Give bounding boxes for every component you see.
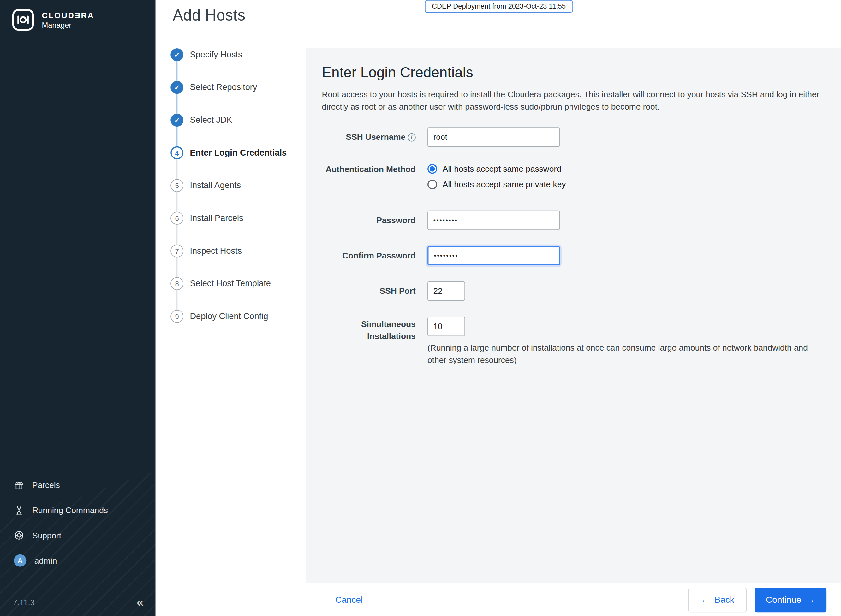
password-row: Password (322, 210, 827, 230)
password-label: Password (322, 210, 415, 230)
step-9-deploy-client-config: 9 Deploy Client Config (170, 310, 305, 323)
admin-avatar: A (14, 554, 26, 567)
confirm-password-label: Confirm Password (322, 246, 415, 265)
topbar: Add Hosts CDEP Deployment from 2023-Oct-… (156, 0, 841, 48)
step-4-enter-login-credentials[interactable]: 4 Enter Login Credentials (170, 147, 305, 159)
step-content-panel: Enter Login Credentials Root access to y… (305, 48, 841, 583)
continue-arrow-icon: → (806, 595, 815, 604)
step-number: 4 (170, 147, 183, 159)
step-5-install-agents: 5 Install Agents (170, 179, 305, 192)
sidebar: CLOUDƎRA Manager Parcels (0, 0, 156, 616)
sidebar-item-label: Parcels (32, 480, 60, 490)
ssh-username-row: SSH Usernamei (322, 128, 827, 147)
step-6-install-parcels: 6 Install Parcels (170, 212, 305, 225)
sidebar-item-running-commands[interactable]: Running Commands (0, 498, 156, 523)
simultaneous-installations-label: Simultaneous Installations (322, 317, 415, 342)
back-arrow-icon: ← (700, 595, 710, 604)
step-number: 9 (170, 310, 183, 323)
back-button[interactable]: ← Back (688, 587, 747, 612)
sidebar-item-label: Support (32, 531, 61, 540)
sidebar-item-admin[interactable]: A admin (0, 548, 156, 573)
radio-same-private-key[interactable]: All hosts accept same private key (427, 179, 827, 189)
deployment-badge: CDEP Deployment from 2023-Oct-23 11:55 (425, 0, 572, 13)
footer-actions: ← Back Continue → (688, 587, 826, 612)
gift-icon (14, 480, 24, 490)
step-check-icon: ✓ (170, 81, 183, 94)
app: CLOUDƎRA Manager Parcels (0, 0, 841, 616)
step-number: 7 (170, 245, 183, 258)
sidebar-item-label: Running Commands (32, 505, 108, 515)
authentication-method-label: Authentication Method (322, 163, 415, 175)
brand-name: CLOUDƎRA (42, 10, 94, 19)
brand-subtitle: Manager (42, 21, 94, 29)
step-number: 5 (170, 179, 183, 192)
sidebar-footer: 7.11.3 « (13, 596, 144, 609)
cloudera-manager-home-link[interactable]: CLOUDƎRA Manager (0, 0, 156, 31)
radio-unselected-icon (427, 179, 437, 189)
version-label: 7.11.3 (13, 598, 35, 607)
step-intro-text: Root access to your hosts is required to… (322, 88, 827, 113)
simultaneous-installations-help: (Running a large number of installations… (427, 341, 827, 366)
password-input[interactable] (427, 210, 560, 230)
info-icon[interactable]: i (408, 133, 415, 141)
step-1-specify-hosts[interactable]: ✓ Specify Hosts (170, 48, 305, 61)
confirm-password-row: Confirm Password (322, 246, 827, 265)
step-title: Enter Login Credentials (322, 65, 827, 81)
step-3-select-jdk[interactable]: ✓ Select JDK (170, 114, 305, 126)
continue-button[interactable]: Continue → (754, 587, 826, 612)
step-2-select-repository[interactable]: ✓ Select Repository (170, 81, 305, 94)
ssh-port-label: SSH Port (322, 281, 415, 301)
step-number: 6 (170, 212, 183, 225)
simultaneous-installations-row: Simultaneous Installations (Running a la… (322, 317, 827, 366)
wizard-steps-nav: ✓ Specify Hosts ✓ Select Repository ✓ Se… (156, 48, 306, 583)
step-number: 8 (170, 277, 183, 290)
cloudera-logo-icon (12, 9, 34, 31)
sidebar-item-support[interactable]: Support (0, 523, 156, 548)
ssh-username-input[interactable] (427, 128, 560, 147)
ssh-port-row: SSH Port (322, 281, 827, 301)
simultaneous-installations-input[interactable] (427, 317, 465, 336)
wizard-body: ✓ Specify Hosts ✓ Select Repository ✓ Se… (156, 48, 841, 583)
credentials-form: SSH Usernamei Authentication Method All … (322, 128, 827, 367)
step-check-icon: ✓ (170, 114, 183, 126)
authentication-method-row: Authentication Method All hosts accept s… (322, 163, 827, 192)
confirm-password-input[interactable] (427, 246, 560, 265)
main-area: Add Hosts CDEP Deployment from 2023-Oct-… (156, 0, 841, 616)
step-check-icon: ✓ (170, 48, 183, 61)
life-ring-icon (14, 530, 24, 540)
sidebar-menu: Parcels Running Commands (0, 472, 156, 573)
radio-same-password[interactable]: All hosts accept same password (427, 164, 827, 173)
collapse-sidebar-icon[interactable]: « (137, 596, 144, 609)
wizard-footer: Cancel ← Back Continue → (156, 583, 841, 616)
ssh-username-label: SSH Username (346, 132, 406, 141)
sidebar-item-parcels[interactable]: Parcels (0, 472, 156, 498)
ssh-port-input[interactable] (427, 281, 465, 301)
radio-selected-icon (427, 164, 437, 173)
authentication-method-options: All hosts accept same password All hosts… (427, 163, 827, 189)
sidebar-item-label: admin (34, 556, 57, 566)
step-8-select-host-template: 8 Select Host Template (170, 277, 305, 290)
step-7-inspect-hosts: 7 Inspect Hosts (170, 245, 305, 258)
hourglass-icon (14, 505, 24, 515)
cancel-link[interactable]: Cancel (335, 594, 363, 605)
